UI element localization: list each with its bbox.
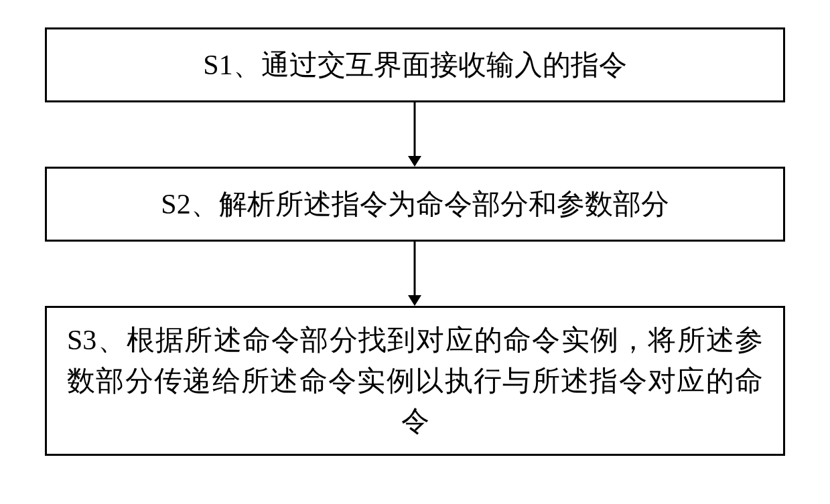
arrow-s1-s2-line (414, 102, 416, 156)
flow-step-s3: S3、根据所述命令部分找到对应的命令实例，将所述参数部分传递给所述命令实例以执行… (45, 306, 785, 456)
flowchart-canvas: S1、通过交互界面接收输入的指令 S2、解析所述指令为命令部分和参数部分 S3、… (0, 0, 830, 504)
arrow-s2-s3-head (408, 295, 421, 306)
flow-step-s2-label: S2、解析所述指令为命令部分和参数部分 (67, 184, 763, 225)
flow-step-s2: S2、解析所述指令为命令部分和参数部分 (45, 167, 785, 242)
arrow-s2-s3-line (414, 242, 416, 295)
arrow-s1-s2-head (408, 156, 421, 167)
flow-step-s3-label: S3、根据所述命令部分找到对应的命令实例，将所述参数部分传递给所述命令实例以执行… (67, 320, 763, 442)
flow-step-s1: S1、通过交互界面接收输入的指令 (45, 27, 785, 102)
flow-step-s1-label: S1、通过交互界面接收输入的指令 (67, 45, 763, 86)
